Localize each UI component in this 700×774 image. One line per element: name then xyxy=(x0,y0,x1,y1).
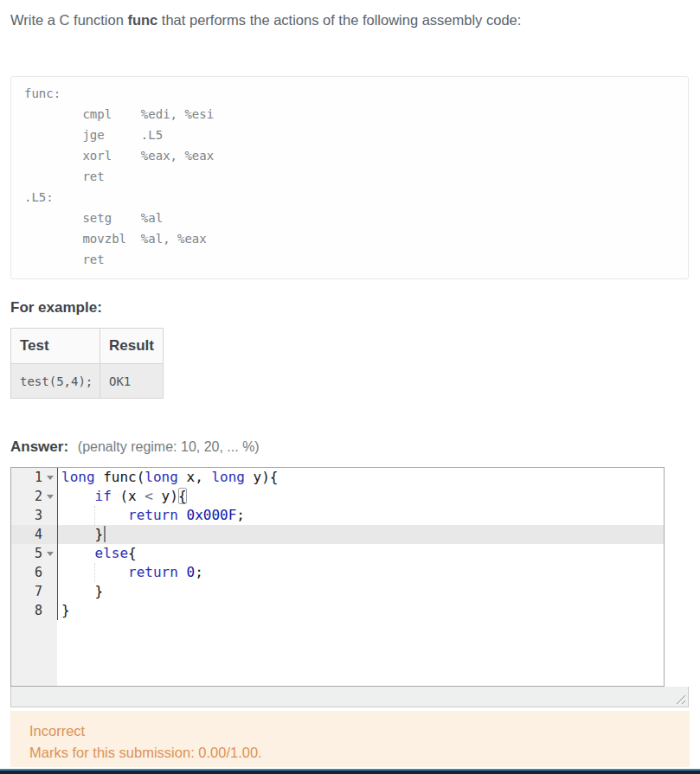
code-token: y){ xyxy=(245,469,279,485)
editor-gutter: 12345678 xyxy=(11,468,57,686)
code-line[interactable]: else{ xyxy=(58,544,664,563)
code-editor-inner: 12345678 long func(long x, long y){ if (… xyxy=(11,468,664,686)
editor-resize-strip xyxy=(10,687,689,707)
fold-arrow-icon[interactable] xyxy=(47,476,54,480)
code-token: x, xyxy=(178,469,212,485)
code-token: { xyxy=(128,545,137,561)
code-line[interactable]: if (x < y){ xyxy=(58,487,664,506)
result-cell: OK1 xyxy=(100,364,164,399)
code-line[interactable]: long func(long x, long y){ xyxy=(58,468,664,487)
feedback-status: Incorrect xyxy=(29,720,690,742)
code-line[interactable]: } xyxy=(58,601,664,620)
code-token: (x xyxy=(112,488,145,504)
gutter-cell: 6 xyxy=(11,563,57,582)
feedback-box: Incorrect Marks for this submission: 0.0… xyxy=(10,711,690,767)
question-text-prefix: Write a C function xyxy=(10,12,127,28)
code-token: ; xyxy=(195,564,203,580)
indent-guide xyxy=(94,563,95,582)
code-token: } xyxy=(61,602,70,618)
gutter-cell: 5 xyxy=(11,544,57,563)
code-token: 0x000F xyxy=(187,507,237,523)
answer-label: Answer: xyxy=(10,438,68,455)
code-token: ; xyxy=(236,507,245,523)
code-token xyxy=(178,507,187,523)
gutter-cell: 4 xyxy=(11,525,57,544)
code-token: y) xyxy=(153,488,178,504)
text-cursor xyxy=(104,526,106,542)
assembly-code: func: cmpl %edi, %esi jge .L5 xorl %eax,… xyxy=(11,77,688,276)
code-line[interactable]: return 0x000F; xyxy=(58,506,664,525)
code-token: return xyxy=(128,564,178,580)
code-token: if xyxy=(95,488,112,504)
gutter-cell: 3 xyxy=(11,506,57,525)
result-column-header: Result xyxy=(100,329,164,364)
code-token: { xyxy=(178,488,187,504)
code-token xyxy=(61,545,95,561)
code-token: long xyxy=(211,469,245,485)
example-table: Test Result test(5,4); OK1 xyxy=(10,328,164,399)
gutter-cell: 8 xyxy=(11,601,57,620)
editor-content[interactable]: long func(long x, long y){ if (x < y){ r… xyxy=(58,468,664,686)
gutter-cell: 7 xyxy=(11,582,57,601)
code-line[interactable]: } xyxy=(58,582,664,601)
gutter-cell: 2 xyxy=(11,487,57,506)
code-token: } xyxy=(61,526,103,542)
resize-handle-icon[interactable] xyxy=(674,693,685,704)
fold-arrow-icon[interactable] xyxy=(47,495,54,499)
answer-editor-wrapper: 12345678 long func(long x, long y){ if (… xyxy=(10,467,689,707)
test-column-header: Test xyxy=(11,329,100,364)
window-edge-dark xyxy=(0,771,700,774)
gutter-cell: 1 xyxy=(11,468,57,487)
code-token: func( xyxy=(95,469,145,485)
indent-guide xyxy=(94,506,95,525)
code-token: < xyxy=(144,488,153,504)
code-token xyxy=(61,488,95,504)
code-token: long xyxy=(144,469,178,485)
table-row: test(5,4); OK1 xyxy=(11,364,164,399)
code-line[interactable]: } xyxy=(58,525,664,544)
code-token: return xyxy=(128,507,178,523)
penalty-note: (penalty regime: 10, 20, ... %) xyxy=(78,439,260,454)
code-token xyxy=(178,564,187,580)
bottom-window-edge xyxy=(0,769,700,774)
code-line[interactable]: return 0; xyxy=(58,563,664,582)
question-text: Write a C function func that performs th… xyxy=(10,10,689,29)
answer-line: Answer: (penalty regime: 10, 20, ... %) xyxy=(10,438,260,456)
test-cell: test(5,4); xyxy=(11,364,100,399)
question-text-suffix: that performs the actions of the followi… xyxy=(157,12,521,28)
code-editor[interactable]: 12345678 long func(long x, long y){ if (… xyxy=(10,467,665,687)
assembly-code-block: func: cmpl %edi, %esi jge .L5 xorl %eax,… xyxy=(10,76,689,279)
example-heading: For example: xyxy=(10,299,102,317)
table-header-row: Test Result xyxy=(11,329,164,364)
code-token: 0 xyxy=(187,564,196,580)
code-token: long xyxy=(61,469,95,485)
code-token: else xyxy=(95,545,129,561)
fold-arrow-icon[interactable] xyxy=(47,552,54,556)
feedback-marks: Marks for this submission: 0.00/1.00. xyxy=(29,742,690,764)
function-name: func xyxy=(127,12,157,28)
code-token: } xyxy=(61,583,103,599)
